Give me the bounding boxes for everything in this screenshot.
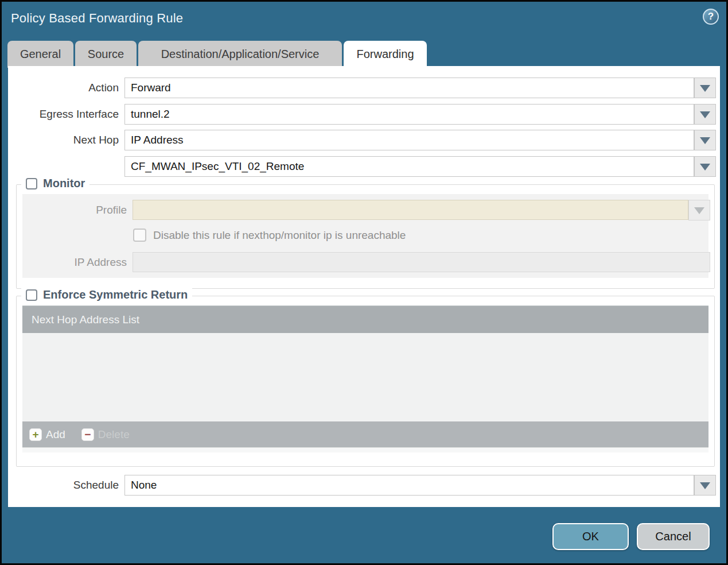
monitor-section: Monitor Profile Disable this rule if nex… [16, 184, 715, 289]
plus-icon: + [29, 428, 42, 441]
minus-icon: − [81, 428, 94, 441]
horizontal-scrollbar[interactable] [22, 447, 708, 452]
action-dropdown-button[interactable] [694, 78, 716, 98]
next-hop-type-dropdown-button[interactable] [694, 130, 716, 150]
egress-interface-row: Egress Interface tunnel.2 [8, 104, 720, 125]
enforce-symmetric-return-legend: Enforce Symmetric Return [21, 288, 192, 301]
egress-interface-select[interactable]: tunnel.2 [124, 104, 694, 125]
next-hop-address-row: CF_MWAN_IPsec_VTI_02_Remote [8, 156, 720, 177]
disable-rule-checkbox [133, 229, 146, 242]
next-hop-address-select[interactable]: CF_MWAN_IPsec_VTI_02_Remote [124, 156, 694, 177]
next-hop-address-list-header: Next Hop Address List [22, 305, 708, 333]
pbf-rule-dialog: Policy Based Forwarding Rule ? General S… [0, 0, 728, 565]
add-button[interactable]: + Add [29, 428, 65, 441]
schedule-row: Schedule None [8, 475, 720, 496]
next-hop-type-select[interactable]: IP Address [124, 130, 694, 150]
chevron-down-icon [700, 482, 710, 489]
tab-source[interactable]: Source [75, 41, 137, 68]
schedule-dropdown-button[interactable] [694, 475, 716, 496]
tab-destination-application-service[interactable]: Destination/Application/Service [138, 41, 342, 68]
add-button-label: Add [46, 428, 65, 441]
cancel-button[interactable]: Cancel [637, 523, 710, 550]
tab-general[interactable]: General [7, 41, 73, 68]
tab-bar: General Source Destination/Application/S… [7, 41, 427, 68]
tab-forwarding[interactable]: Forwarding [344, 41, 427, 68]
schedule-select[interactable]: None [124, 475, 694, 496]
next-hop-address-list-body [22, 333, 708, 421]
chevron-down-icon [700, 137, 710, 144]
next-hop-address-list-table: Next Hop Address List + Add − Delete [22, 305, 708, 452]
monitor-ip-address-label: IP Address [22, 252, 127, 273]
monitor-legend-label: Monitor [43, 177, 85, 190]
delete-button: − Delete [81, 428, 130, 441]
monitor-ip-address-input [133, 252, 710, 272]
delete-button-label: Delete [98, 428, 130, 441]
help-icon[interactable]: ? [703, 9, 719, 25]
disable-rule-label: Disable this rule if nexthop/monitor ip … [153, 227, 406, 243]
schedule-label: Schedule [8, 475, 119, 496]
chevron-down-icon [694, 207, 704, 214]
egress-interface-dropdown-button[interactable] [694, 104, 716, 125]
enforce-symmetric-return-legend-label: Enforce Symmetric Return [43, 288, 188, 301]
action-row: Action Forward [8, 78, 720, 98]
next-hop-row: Next Hop IP Address [8, 130, 720, 150]
next-hop-address-dropdown-button[interactable] [694, 156, 716, 177]
chevron-down-icon [700, 164, 710, 171]
profile-select [133, 200, 688, 220]
monitor-legend: Monitor [21, 177, 89, 190]
forwarding-tab-panel: Action Forward Egress Interface tunnel.2… [8, 66, 720, 507]
profile-label: Profile [22, 200, 127, 220]
action-select[interactable]: Forward [124, 78, 694, 98]
action-label: Action [8, 78, 119, 98]
enforce-symmetric-return-checkbox[interactable] [26, 289, 37, 301]
egress-interface-label: Egress Interface [8, 104, 119, 125]
monitor-checkbox[interactable] [26, 178, 37, 189]
monitor-panel: Profile Disable this rule if nexthop/mon… [22, 194, 708, 278]
next-hop-label: Next Hop [8, 130, 119, 150]
profile-dropdown-button [688, 200, 710, 220]
next-hop-address-list-toolbar: + Add − Delete [22, 421, 708, 447]
ok-button[interactable]: OK [552, 523, 629, 550]
dialog-title: Policy Based Forwarding Rule [11, 11, 183, 26]
chevron-down-icon [700, 111, 710, 118]
enforce-symmetric-return-section: Enforce Symmetric Return Next Hop Addres… [16, 296, 715, 467]
chevron-down-icon [700, 85, 710, 92]
